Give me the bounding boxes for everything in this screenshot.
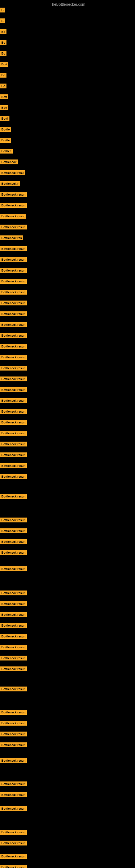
bottleneck-badge: Bottleneck result — [0, 781, 27, 786]
bottleneck-badge: B — [0, 8, 5, 12]
bottleneck-badge: Bottleneck result — [0, 710, 27, 715]
badge-item: Bo — [0, 84, 6, 90]
bottleneck-badge: Bottleneck result — [0, 721, 27, 725]
badge-item: Bott — [0, 62, 8, 68]
badge-item: Bottleneck result — [0, 634, 27, 640]
badge-item: Bottleneck result — [0, 311, 27, 317]
bottleneck-badge: Bottleneck result — [0, 203, 27, 208]
badge-item: Bottleneck result — [0, 442, 27, 447]
badge-item: Bottl — [0, 116, 9, 122]
bottleneck-badge: Bottleneck result — [0, 442, 27, 446]
badge-item: Bottleneck result — [0, 474, 27, 480]
bottleneck-badge: Bottleneck result — [0, 420, 27, 425]
badge-item: Bottleneck result — [0, 301, 27, 307]
bottleneck-badge: Bo — [0, 51, 6, 56]
badge-item: Bo — [0, 40, 6, 46]
bottleneck-badge: Bottleneck result — [0, 257, 27, 262]
bottleneck-badge: Bottleneck result — [0, 474, 27, 479]
bottleneck-badge: Bottleneck result — [0, 865, 27, 868]
bottleneck-badge: Bottleneck result — [0, 656, 27, 660]
bottleneck-badge: Bottle — [0, 127, 11, 132]
badge-item: Bottleneck result — [0, 566, 27, 572]
badge-item: Bottleneck result — [0, 203, 27, 209]
badge-item: Bottleneck result — [0, 550, 27, 556]
bottleneck-badge: Bottle — [0, 138, 11, 143]
badge-item: Bottleneck — [0, 159, 18, 165]
bottleneck-badge: Bottleneck result — [0, 398, 27, 403]
badge-item: Bottleneck result — [0, 830, 27, 836]
badge-item: Bottleneck result — [0, 601, 27, 607]
badge-item: Bottleneck result — [0, 322, 27, 328]
badge-item: Bottleneck result — [0, 666, 27, 673]
bottleneck-badge: Bottleneck result — [0, 792, 27, 797]
bottleneck-badge: Bottleneck resul — [0, 214, 26, 219]
badge-item: Bottleneck result — [0, 732, 27, 738]
bottleneck-badge: Bottleneck result — [0, 366, 27, 371]
badge-item: Bottleneck result — [0, 376, 27, 382]
badge-item: Bottleneck result — [0, 781, 27, 787]
badge-item: Bottleneck result — [0, 257, 27, 263]
bottleneck-badge: Bottleneck result — [0, 830, 27, 835]
badge-item: Bottleneck result — [0, 539, 27, 545]
badge-item: Bo — [0, 29, 6, 35]
badge-item: Bottleneck result — [0, 590, 27, 596]
bottleneck-badge: Bottleneck result — [0, 806, 27, 811]
bottleneck-badge: Bottleneck result — [0, 192, 27, 197]
badge-item: Bottleneck result — [0, 528, 27, 534]
badge-item: Bottleneck result — [0, 398, 27, 404]
bottleneck-badge: Bottlec — [0, 149, 13, 154]
bottleneck-badge: Bo — [0, 84, 6, 88]
badge-item: Bo — [0, 73, 6, 79]
badge-item: Bottleneck result — [0, 841, 27, 846]
badge-item: Bottleneck result — [0, 453, 27, 458]
bottleneck-badge: B — [0, 19, 5, 23]
badge-item: Bottleneck result — [0, 806, 27, 812]
badge-item: Bottleneck result — [0, 246, 27, 252]
bottleneck-badge: Bottleneck result — [0, 634, 27, 639]
bottleneck-badge: Bottleneck result — [0, 841, 27, 845]
badge-item: Bottleneck result — [0, 742, 27, 748]
badge-item: Bottleneck result — [0, 494, 27, 500]
badge-item: Bottleneck result — [0, 865, 27, 868]
bottleneck-badge: Bottleneck result — [0, 494, 27, 499]
bottleneck-badge: Bottleneck r — [0, 181, 20, 186]
badge-item: Bottleneck res — [0, 236, 23, 241]
badge-item: Bottleneck result — [0, 409, 27, 415]
bottleneck-badge: Bottleneck result — [0, 388, 27, 392]
badge-item: Bottleneck result — [0, 518, 27, 524]
badge-item: Bottleneck result — [0, 645, 27, 651]
badge-item: Bottleneck result — [0, 721, 27, 727]
bottleneck-badge: Bottleneck result — [0, 279, 27, 284]
badge-item: Bottleneck result — [0, 268, 27, 274]
badge-item: Bottleneck r — [0, 181, 20, 187]
badge-item: Bottleneck result — [0, 366, 27, 372]
bottleneck-badge: Bottleneck result — [0, 601, 27, 606]
badge-item: Bottleneck result — [0, 686, 27, 692]
badge-item: Bottleneck result — [0, 656, 27, 661]
badge-item: Bottleneck result — [0, 333, 27, 339]
bottleneck-badge: Bottleneck resu — [0, 170, 25, 175]
badge-item: Bottleneck result — [0, 623, 27, 629]
bottleneck-badge: Bottleneck result — [0, 528, 27, 533]
bottleneck-badge: Bottleneck result — [0, 290, 27, 294]
bottleneck-badge: Bo — [0, 29, 6, 34]
bottleneck-badge: Bottleneck result — [0, 732, 27, 737]
bottleneck-badge: Bottleneck result — [0, 268, 27, 273]
bottleneck-badge: Bottleneck result — [0, 355, 27, 360]
badge-item: Bottleneck result — [0, 420, 27, 426]
bottleneck-badge: Bottleneck result — [0, 566, 27, 571]
bottleneck-badge: Bott — [0, 62, 8, 67]
bottleneck-badge: Bottleneck result — [0, 666, 27, 671]
badge-item: Bottle — [0, 138, 11, 144]
badge-item: Bottleneck resu — [0, 170, 25, 176]
badge-item: Bottleneck result — [0, 792, 27, 798]
bottleneck-badge: Bottleneck res — [0, 236, 23, 240]
bottleneck-badge: Bottleneck result — [0, 518, 27, 522]
bottleneck-badge: Bott — [0, 94, 8, 99]
bottleneck-badge: Bo — [0, 73, 6, 78]
badge-item: Bottleneck resul — [0, 214, 26, 220]
badge-item: Bottle — [0, 127, 11, 133]
bottleneck-badge: Bottleneck result — [0, 590, 27, 595]
badge-item: Bottleneck result — [0, 344, 27, 350]
badge-item: Bottleneck result — [0, 225, 27, 230]
